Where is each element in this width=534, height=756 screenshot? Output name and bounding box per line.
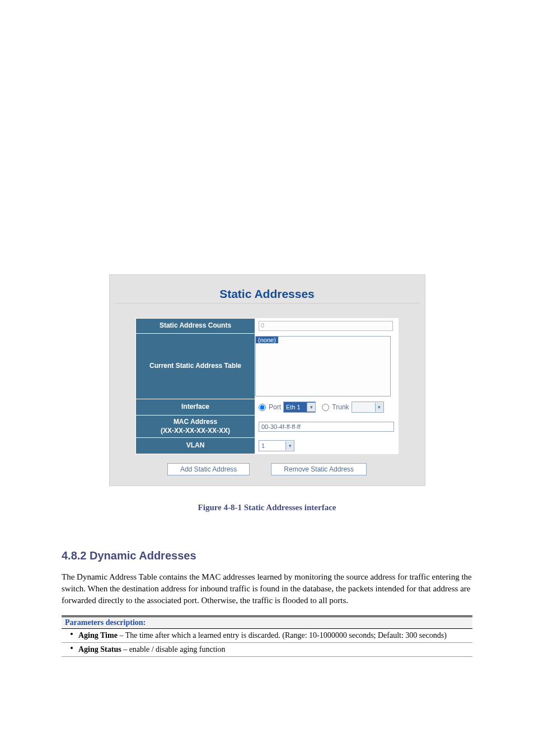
panel-title: Static Addresses bbox=[115, 281, 419, 304]
section-heading: 4.8.2 Dynamic Addresses bbox=[62, 549, 534, 562]
bullet-icon bbox=[71, 647, 73, 649]
chevron-down-icon: ▾ bbox=[375, 403, 383, 412]
chevron-down-icon: ▾ bbox=[307, 403, 315, 412]
label-mac: MAC Address (XX-XX-XX-XX-XX-XX) bbox=[136, 416, 255, 438]
param-row: Aging Time – The time after which a lear… bbox=[62, 629, 472, 643]
label-counts: Static Address Counts bbox=[136, 319, 255, 334]
vlan-select[interactable]: 1 ▾ bbox=[259, 440, 294, 451]
static-addresses-figure: Static Addresses Static Address Counts 0… bbox=[109, 274, 425, 486]
port-select[interactable]: Eth 1 ▾ bbox=[283, 402, 316, 413]
remove-static-address-button[interactable]: Remove Static Address bbox=[271, 463, 367, 475]
listbox-selected-item[interactable]: (none) bbox=[256, 337, 278, 343]
current-static-address-listbox[interactable]: (none) bbox=[255, 336, 391, 396]
counts-value: 0 bbox=[259, 321, 393, 331]
figure-caption: Figure 4-8-1 Static Addresses interface bbox=[0, 503, 534, 512]
label-interface: Interface bbox=[136, 399, 255, 416]
mac-address-input[interactable] bbox=[259, 422, 394, 432]
trunk-select[interactable]: ▾ bbox=[352, 402, 384, 413]
trunk-label: Trunk bbox=[332, 403, 349, 411]
chevron-down-icon: ▾ bbox=[285, 441, 294, 450]
label-current-table: Current Static Address Table bbox=[136, 334, 255, 399]
port-label: Port bbox=[269, 403, 281, 411]
radio-port[interactable] bbox=[259, 404, 266, 411]
radio-trunk[interactable] bbox=[322, 404, 329, 411]
add-static-address-button[interactable]: Add Static Address bbox=[167, 463, 250, 475]
label-vlan: VLAN bbox=[136, 438, 255, 454]
parameters-header: Parameters description: bbox=[62, 615, 472, 629]
port-select-value: Eth 1 bbox=[286, 404, 301, 410]
section-body: The Dynamic Address Table contains the M… bbox=[62, 571, 472, 606]
static-address-form: Static Address Counts 0 Current Static A… bbox=[135, 318, 399, 454]
vlan-select-value: 1 bbox=[261, 442, 265, 449]
bullet-icon bbox=[71, 633, 73, 635]
field-counts: 0 bbox=[255, 319, 399, 334]
param-row: Aging Status – enable / disable aging fu… bbox=[62, 643, 472, 657]
